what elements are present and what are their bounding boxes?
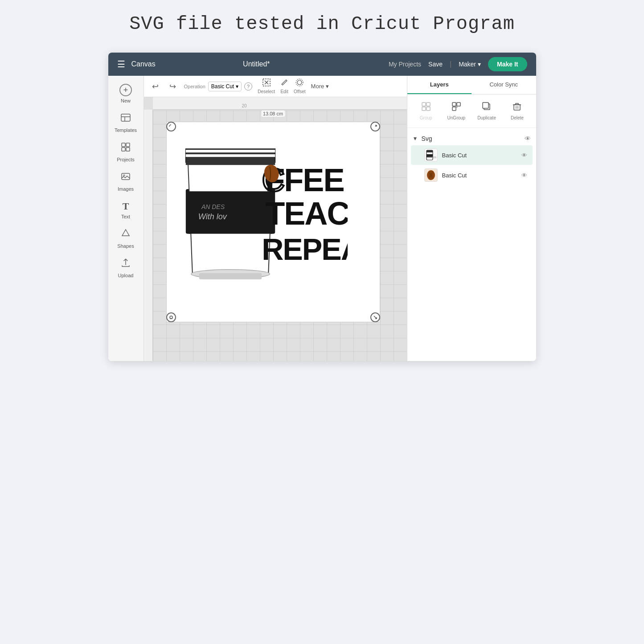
svg-marker-7 <box>122 230 129 236</box>
sidebar-item-shapes[interactable]: Shapes <box>110 225 141 252</box>
layer-name-1: Basic Cut <box>442 152 517 159</box>
tab-layers[interactable]: Layers <box>407 76 472 94</box>
my-projects-link[interactable]: My Projects <box>389 61 421 68</box>
sidebar-item-upload[interactable]: Upload <box>110 254 141 282</box>
operation-group: Operation Basic Cut ▾ ? <box>184 82 253 91</box>
delete-icon <box>512 102 522 114</box>
save-button[interactable]: Save <box>428 61 443 68</box>
svg-text:COFFEE: COFFEE <box>427 156 437 159</box>
sidebar-item-text[interactable]: T Text <box>110 197 141 223</box>
sidebar-images-label: Images <box>118 186 134 192</box>
panel-tabs: Layers Color Sync <box>407 76 536 94</box>
panel-toolbar: Group UnGroup <box>407 94 536 128</box>
help-button[interactable]: ? <box>244 82 252 90</box>
sidebar-item-projects[interactable]: Projects <box>110 138 141 166</box>
more-label: More ▾ <box>311 83 329 90</box>
canvas-wrapper: ↩ ↪ Operation Basic Cut ▾ ? <box>144 76 407 361</box>
sidebar-item-templates[interactable]: Templates <box>110 109 141 136</box>
selection-handle-bl[interactable] <box>166 312 176 322</box>
duplicate-icon <box>482 102 492 114</box>
maker-label: Maker <box>459 61 476 68</box>
tab-color-sync[interactable]: Color Sync <box>472 76 536 94</box>
design-canvas[interactable]: 13.08 cm <box>166 122 380 322</box>
dimension-label: 13.08 cm <box>261 111 285 117</box>
page-title: SVG file tested in Cricut Program <box>129 13 515 35</box>
layer-name-2: Basic Cut <box>442 172 517 179</box>
more-button[interactable]: More ▾ <box>311 83 329 90</box>
layer-thumb-2 <box>424 168 438 182</box>
sidebar-templates-label: Templates <box>115 127 137 133</box>
sidebar-shapes-label: Shapes <box>117 243 134 249</box>
svg-text:TEACH: TEACH <box>265 196 348 231</box>
svg-rect-35 <box>452 107 456 111</box>
canvas-area[interactable]: 20 13.08 cm <box>144 97 407 361</box>
svg-text:AN DES: AN DES <box>201 203 225 210</box>
ruler-number: 20 <box>242 103 247 108</box>
edit-icon <box>280 78 288 88</box>
left-sidebar: + New Templates <box>108 76 144 361</box>
svg-group-eye-icon[interactable]: 👁 <box>525 135 531 142</box>
selection-handle-tr[interactable] <box>370 122 380 131</box>
svg-group-header[interactable]: ▼ Svg 👁 <box>407 132 536 145</box>
top-bar-right: My Projects Save | Maker ▾ Make It <box>389 57 527 71</box>
svg-point-6 <box>123 175 125 176</box>
sidebar-projects-label: Projects <box>117 157 135 162</box>
svg-rect-30 <box>427 103 430 106</box>
sidebar-item-new[interactable]: + New <box>110 80 141 107</box>
redo-button[interactable]: ↪ <box>167 81 179 92</box>
ruler-left <box>144 110 153 361</box>
layer-2-eye-icon[interactable]: 👁 <box>521 172 527 179</box>
operation-chevron-icon: ▾ <box>236 83 238 90</box>
projects-icon <box>120 142 131 155</box>
svg-rect-43 <box>427 150 433 152</box>
svg-line-36 <box>456 107 457 107</box>
ruler-top: 20 <box>153 97 407 110</box>
layer-item-1[interactable]: COFFEE Basic Cut 👁 <box>411 145 533 165</box>
ungroup-button[interactable]: UnGroup <box>442 99 471 123</box>
svg-rect-3 <box>122 148 125 151</box>
svg-rect-4 <box>126 148 130 151</box>
selection-handle-tl[interactable] <box>166 122 176 131</box>
layer-thumb-1: COFFEE <box>424 148 438 162</box>
svg-rect-33 <box>452 103 456 106</box>
svg-rect-29 <box>422 103 426 106</box>
group-button[interactable]: Group <box>412 99 440 123</box>
operation-value: Basic Cut <box>211 83 234 90</box>
edit-button[interactable]: Edit <box>280 78 288 94</box>
selection-handle-br[interactable] <box>370 312 380 322</box>
sidebar-item-images[interactable]: Images <box>110 168 141 195</box>
toolbar-bar: ↩ ↪ Operation Basic Cut ▾ ? <box>144 76 407 97</box>
deselect-icon <box>263 78 271 88</box>
svg-rect-1 <box>122 143 125 147</box>
svg-text:With lov: With lov <box>198 212 227 221</box>
right-panel: Layers Color Sync Group <box>407 76 536 361</box>
images-icon <box>120 171 131 185</box>
maker-selector[interactable]: Maker ▾ <box>459 61 481 68</box>
svg-point-46 <box>427 170 435 180</box>
project-title[interactable]: Untitled* <box>124 60 389 68</box>
svg-point-28 <box>170 316 172 319</box>
svg-rect-15 <box>185 154 275 157</box>
svg-rect-14 <box>185 150 275 152</box>
make-it-button[interactable]: Make It <box>488 57 527 71</box>
text-icon: T <box>123 201 129 212</box>
delete-label: Delete <box>511 115 524 120</box>
deselect-button[interactable]: Deselect <box>258 78 275 94</box>
layer-item-2[interactable]: Basic Cut 👁 <box>411 165 533 185</box>
layer-1-eye-icon[interactable]: 👁 <box>521 152 527 159</box>
undo-button[interactable]: ↩ <box>149 81 161 92</box>
svg-rect-39 <box>514 105 520 110</box>
offset-button[interactable]: Offset <box>294 78 306 94</box>
duplicate-label: Duplicate <box>477 115 496 120</box>
duplicate-button[interactable]: Duplicate <box>472 99 501 123</box>
svg-rect-5 <box>122 173 130 180</box>
group-icon <box>421 102 431 114</box>
chevron-down-icon: ▾ <box>478 61 481 68</box>
layers-section: ▼ Svg 👁 COFFEE Basic Cut <box>407 128 536 361</box>
operation-select[interactable]: Basic Cut ▾ <box>208 82 242 91</box>
group-label: Group <box>420 115 432 120</box>
delete-button[interactable]: Delete <box>503 99 531 123</box>
upload-icon <box>120 258 131 271</box>
svg-rect-0 <box>121 114 130 121</box>
main-area: + New Templates <box>108 76 536 361</box>
